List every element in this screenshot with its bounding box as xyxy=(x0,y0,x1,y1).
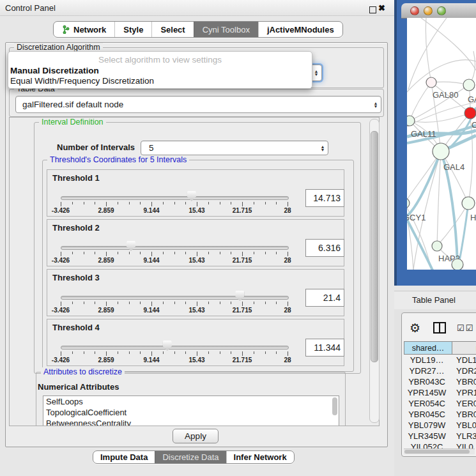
threshold-value-field[interactable]: 14.713 xyxy=(305,189,344,207)
tab-label: Select xyxy=(160,25,185,35)
network-node-GA[interactable] xyxy=(463,79,475,91)
zoom-light-icon[interactable] xyxy=(437,6,446,15)
gear-icon[interactable]: ⚙ xyxy=(410,321,420,335)
table-data-combo[interactable]: galFiltered.sif default node ▲▼ xyxy=(15,96,381,113)
interval-definition-title: Interval Definition xyxy=(39,118,106,127)
attribute-list-item[interactable]: SelfLoops xyxy=(43,396,339,407)
tab-network[interactable]: Network xyxy=(54,22,114,37)
combo-arrows-icon: ▲▼ xyxy=(371,102,381,108)
attribute-list-item[interactable]: BetweennessCentrality xyxy=(43,418,339,426)
settings-scrollbar[interactable] xyxy=(369,119,380,423)
threshold-label: Threshold 4 xyxy=(52,323,100,332)
slider-tick xyxy=(276,252,277,254)
checkbox-icons[interactable]: ☑☑ xyxy=(457,323,474,333)
table-cell: YPR145W xyxy=(404,387,450,398)
tab-impute-data[interactable]: Impute Data xyxy=(93,451,155,463)
table-cell: YPR1 xyxy=(450,387,476,398)
network-node-GCY1[interactable] xyxy=(407,198,410,208)
network-node-GAL11[interactable] xyxy=(407,116,415,126)
threshold-value-field[interactable]: 6.316 xyxy=(305,239,344,257)
apply-button[interactable]: Apply xyxy=(173,429,219,443)
slider-tick xyxy=(254,351,254,354)
split-columns-icon[interactable] xyxy=(433,322,446,334)
table-row[interactable]: YDL19…YDL1 xyxy=(404,355,476,365)
dropdown-option[interactable]: Manual Discretization xyxy=(8,66,312,76)
slider-tick xyxy=(288,302,288,306)
network-node-label: GAL80 xyxy=(433,90,458,100)
table-row[interactable]: YBL079WYBL0 xyxy=(404,420,476,431)
table-row[interactable]: YER054CYER0 xyxy=(404,398,476,409)
slider-tick-label: -3.426 xyxy=(45,257,77,264)
network-node-H[interactable] xyxy=(462,197,475,210)
slider-tick-label: -3.426 xyxy=(45,207,77,214)
table-cell: YER0 xyxy=(450,398,476,409)
slider-tick xyxy=(118,252,118,254)
slider-track[interactable] xyxy=(61,346,289,349)
slider-track[interactable] xyxy=(61,296,289,300)
table-hscrollbar-thumb[interactable] xyxy=(404,450,470,454)
table-row[interactable]: YDR27…YDR2 xyxy=(404,365,476,376)
slider-tick xyxy=(151,351,152,356)
table-row[interactable]: YLR345WYLR3 xyxy=(404,431,476,441)
close-icon[interactable]: ✖ xyxy=(378,3,385,13)
thresholds-group-title: Threshold's Coordinates for 5 Intervals xyxy=(47,155,189,164)
slider-tick-label: 15.43 xyxy=(181,307,213,314)
network-node-GAL80[interactable] xyxy=(426,77,436,88)
slider-tick-label: 9.144 xyxy=(135,207,167,214)
threshold-value-field[interactable]: 21.4 xyxy=(305,289,344,307)
list-scrollbar[interactable] xyxy=(332,397,337,415)
slider-tick xyxy=(61,202,61,206)
slider-tick xyxy=(129,351,130,354)
slider-tick xyxy=(95,202,95,204)
number-of-intervals-combo[interactable]: 5 ▲▼ xyxy=(141,141,328,155)
tab-style[interactable]: Style xyxy=(114,22,151,37)
dropdown-option[interactable]: Equal Width/Frequency Discretization xyxy=(8,76,312,86)
tab-jactivemnodules[interactable]: jActiveMNodules xyxy=(258,22,342,37)
network-node-C[interactable] xyxy=(464,107,476,119)
tab-discretize-data[interactable]: Discretize Data xyxy=(155,451,226,463)
table-row[interactable]: YIL052CYIL0 xyxy=(404,441,476,449)
table-row[interactable]: YPR145WYPR1 xyxy=(404,387,476,398)
table-column-header[interactable]: shared… xyxy=(404,341,452,355)
slider-tick xyxy=(220,302,220,304)
slider-tick xyxy=(276,202,277,204)
tab-label: Cyni Toolbox xyxy=(203,25,250,35)
slider-tick xyxy=(185,202,186,204)
slider-tick xyxy=(106,351,107,356)
slider-track[interactable] xyxy=(61,196,289,200)
network-node[interactable] xyxy=(452,259,463,270)
threshold-value-field[interactable]: 11.344 xyxy=(305,339,344,357)
network-edge xyxy=(437,151,441,246)
numerical-attributes-list[interactable]: SelfLoopsTopologicalCoefficientBetweenne… xyxy=(43,395,339,426)
float-window-button[interactable] xyxy=(369,6,376,13)
slider-tick xyxy=(231,351,231,354)
slider-tick xyxy=(185,302,186,304)
slider-tick xyxy=(163,351,164,354)
minimize-light-icon[interactable] xyxy=(424,6,433,15)
slider-track[interactable] xyxy=(61,246,289,250)
table-row[interactable]: YBR043CYBR0 xyxy=(404,376,476,387)
network-window-titlebar[interactable] xyxy=(401,3,476,19)
tab-infer-network[interactable]: Infer Network xyxy=(226,451,294,463)
network-node-label: GAL4 xyxy=(443,162,464,172)
network-node-GAL4[interactable] xyxy=(433,143,449,160)
table-column-header[interactable]: n xyxy=(452,341,476,355)
tab-select[interactable]: Select xyxy=(151,22,193,37)
slider-tick xyxy=(231,302,231,304)
network-edge xyxy=(413,151,441,270)
network-canvas[interactable]: GAL80GACGAL11GAL4GCY1HHAP2 xyxy=(407,18,476,270)
slider-tick xyxy=(197,302,197,306)
table-cell: YBR0 xyxy=(450,376,476,387)
table-cell: YDR27… xyxy=(404,365,450,376)
slider-tick xyxy=(140,302,141,304)
close-light-icon[interactable] xyxy=(410,6,419,15)
network-node-HAP2[interactable] xyxy=(432,241,442,251)
control-panel-titlebar xyxy=(0,0,394,16)
settings-scrollbar-thumb[interactable] xyxy=(371,131,378,362)
table-row[interactable]: YBR045CYBR0 xyxy=(404,409,476,420)
tab-cyni-toolbox[interactable]: Cyni Toolbox xyxy=(194,22,258,37)
network-icon xyxy=(62,25,70,34)
table-hscrollbar[interactable] xyxy=(404,449,475,454)
attribute-list-item[interactable]: TopologicalCoefficient xyxy=(43,407,339,418)
slider-tick xyxy=(140,351,141,354)
